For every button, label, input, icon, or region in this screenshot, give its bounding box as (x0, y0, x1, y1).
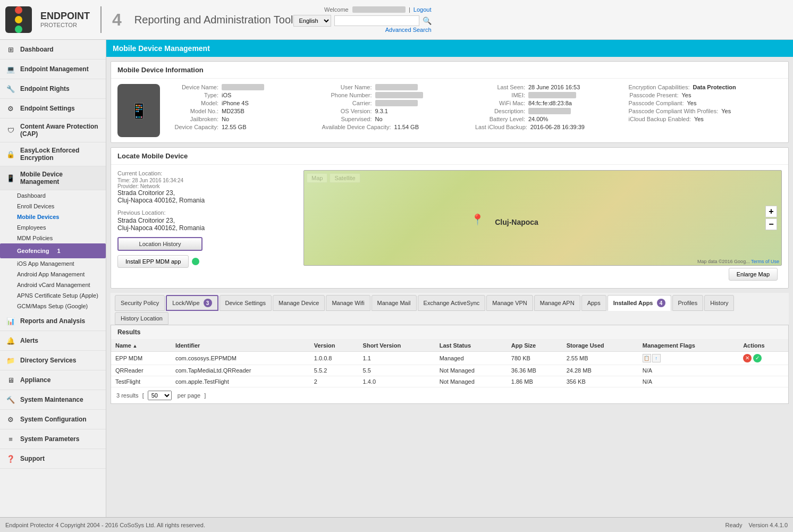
enlarge-map-button[interactable]: Enlarge Map (729, 268, 778, 281)
sidebar-item-endpoint-settings[interactable]: ⚙ Endpoint Settings (0, 99, 106, 119)
map-pin: 📍 (471, 213, 484, 226)
logout-link[interactable]: Logout (414, 6, 432, 13)
sidebar-sub-android-app-mgmt[interactable]: Android App Management (0, 269, 106, 280)
last-icloud-label: Last iCloud Backup: (475, 124, 530, 130)
sidebar-sub-employees[interactable]: Employees (0, 222, 106, 233)
welcome-user-link[interactable] (352, 6, 406, 13)
app-size-epp: 780 KB (507, 352, 562, 365)
tab-manage-apn[interactable]: Manage APN (534, 295, 580, 311)
app-mgmt-tf: N/A (638, 376, 739, 387)
sidebar-sub-mdm-policies[interactable]: MDM Policies (0, 233, 106, 243)
mgmt-icon-1[interactable]: 📋 (643, 354, 651, 362)
system-maintenance-icon: 🔨 (5, 394, 16, 405)
terms-of-use-link[interactable]: Terms of Use (751, 259, 779, 264)
sidebar-item-appliance[interactable]: 🖥 Appliance (0, 370, 106, 390)
sidebar-item-mdm[interactable]: 📱 Mobile Device Management (0, 166, 106, 190)
app-storage-tf: 356 KB (562, 376, 638, 387)
sidebar-item-endpoint-rights[interactable]: 🔧 Endpoint Rights (0, 79, 106, 99)
supervised-value: No (375, 116, 383, 122)
sidebar-item-easylook[interactable]: 🔒 EasyLock Enforced Encryption (0, 142, 106, 166)
tab-manage-wifi[interactable]: Manage Wifi (326, 295, 370, 311)
action-add-epp[interactable]: ✓ (753, 354, 762, 362)
sidebar-item-endpoint-management[interactable]: 💻 Endpoint Management (0, 60, 106, 79)
header-controls: English 🔍 (293, 15, 432, 27)
table-body: EPP MDM com.cososys.EPPMDM 1.0.0.8 1.1 M… (111, 352, 788, 387)
col-short-version[interactable]: Short Version (359, 340, 435, 352)
advanced-search-link[interactable]: Advanced Search (293, 27, 432, 33)
install-epp-button[interactable]: Install EPP MDM app (117, 255, 189, 268)
sidebar-sub-geofencing[interactable]: Geofencing 1 (0, 243, 106, 258)
sidebar-item-alerts[interactable]: 🔔 Alerts (0, 331, 106, 351)
sidebar-label-cap: Content Aware Protection (CAP) (20, 123, 100, 138)
sidebar-item-cap[interactable]: 🛡 Content Aware Protection (CAP) (0, 119, 106, 142)
table-header-row: Name Identifier Version Short Version La… (111, 340, 788, 352)
col-version[interactable]: Version (310, 340, 359, 352)
per-page-select[interactable]: 50 10 25 100 (148, 391, 172, 400)
phone-number-row: Phone Number: (322, 92, 476, 98)
tab-installed-apps[interactable]: Installed Apps 4 (608, 295, 671, 311)
app-actions-tf (739, 376, 788, 387)
tab-profiles[interactable]: Profiles (672, 295, 704, 311)
last-seen-row: Last Seen: 28 June 2016 16:53 (475, 84, 629, 90)
col-app-size[interactable]: App Size (507, 340, 562, 352)
tab-exchange-activesync[interactable]: Exchange ActiveSync (418, 295, 486, 311)
tab-security-policy[interactable]: Security Policy (115, 295, 165, 311)
sidebar-item-reports[interactable]: 📊 Reports and Analysis (0, 311, 106, 331)
phone-number-value (375, 92, 423, 98)
zoom-out-button[interactable]: − (765, 218, 777, 230)
description-row: Description: (475, 108, 629, 114)
device-fields-col4: Encryption Capabilities: Data Protection… (629, 84, 782, 137)
header: ENDPOINTPROTECTOR 4 Reporting and Admini… (0, 0, 793, 40)
col-name[interactable]: Name (111, 340, 171, 352)
location-history-button[interactable]: Location History (117, 237, 203, 251)
col-identifier[interactable]: Identifier (171, 340, 310, 352)
sidebar-label-endpoint-settings: Endpoint Settings (20, 105, 75, 112)
sidebar-item-directory-services[interactable]: 📁 Directory Services (0, 351, 106, 370)
tab-manage-device[interactable]: Manage Device (273, 295, 325, 311)
passcode-compliant-row: Passcode Compliant: Yes (629, 100, 782, 106)
col-storage-used[interactable]: Storage Used (562, 340, 638, 352)
tab-history-location[interactable]: History Location (115, 312, 168, 325)
tab-apps[interactable]: Apps (581, 295, 606, 311)
sidebar-sub-dashboard[interactable]: Dashboard (0, 190, 106, 201)
action-remove-epp[interactable]: ✕ (743, 354, 752, 362)
previous-address: Strada Croitorior 23,Cluj-Napoca 400162,… (117, 217, 298, 232)
sidebar-item-dashboard[interactable]: ⊞ Dashboard (0, 40, 106, 60)
col-mgmt-flags[interactable]: Management Flags (638, 340, 739, 352)
available-capacity-value: 11.54 GB (394, 124, 419, 130)
tab-manage-vpn[interactable]: Manage VPN (486, 295, 533, 311)
tab-manage-mail[interactable]: Manage Mail (372, 295, 417, 311)
sidebar-sub-mobile-devices[interactable]: Mobile Devices (0, 212, 106, 222)
model-label: Model: (168, 100, 222, 106)
sidebar-item-support[interactable]: ❓ Support (0, 449, 106, 469)
language-select[interactable]: English (293, 15, 331, 27)
app-short-version-qr: 5.5 (359, 365, 435, 376)
zoom-in-button[interactable]: + (765, 206, 777, 217)
current-address: Strada Croitorior 23,Cluj-Napoca 400162,… (117, 189, 298, 204)
search-button[interactable]: 🔍 (423, 16, 432, 25)
user-name-value (375, 84, 418, 90)
imei-label: IMEI: (475, 92, 528, 98)
sidebar-sub-gcm-maps[interactable]: GCM/Maps Setup (Google) (0, 301, 106, 311)
sidebar-sub-ios-app-mgmt[interactable]: iOS App Management (0, 258, 106, 269)
mgmt-icon-2[interactable]: ↑ (652, 354, 661, 362)
tab-device-settings[interactable]: Device Settings (220, 295, 272, 311)
sidebar-item-system-maintenance[interactable]: 🔨 System Maintenance (0, 390, 106, 410)
endpoint-settings-icon: ⚙ (5, 103, 16, 114)
col-actions[interactable]: Actions (739, 340, 788, 352)
search-input[interactable] (334, 15, 419, 26)
sidebar-item-system-parameters[interactable]: ≡ System Parameters (0, 429, 106, 449)
sidebar-sub-android-vcard-mgmt[interactable]: Android vCard Management (0, 280, 106, 290)
supervised-row: Supervised: No (322, 116, 476, 122)
tab-lock-wipe[interactable]: Lock/Wipe 3 (166, 295, 218, 311)
map-view[interactable]: Map Satellite 📍 Cluj-Napoca + − Map data… (303, 170, 782, 266)
sidebar-label-directory-services: Directory Services (20, 357, 76, 364)
table-row: TestFlight com.apple.TestFlight 2 1.4.0 … (111, 376, 788, 387)
sidebar-sub-apns-cert[interactable]: APNS Certificate Setup (Apple) (0, 290, 106, 301)
sidebar-sub-enroll-devices[interactable]: Enroll Devices (0, 201, 106, 212)
col-last-status[interactable]: Last Status (435, 340, 507, 352)
tab-history[interactable]: History (704, 295, 734, 311)
map-zoom-controls: + − (765, 206, 777, 230)
system-parameters-icon: ≡ (5, 434, 16, 444)
sidebar-item-system-configuration[interactable]: ⚙ System Configuration (0, 410, 106, 429)
